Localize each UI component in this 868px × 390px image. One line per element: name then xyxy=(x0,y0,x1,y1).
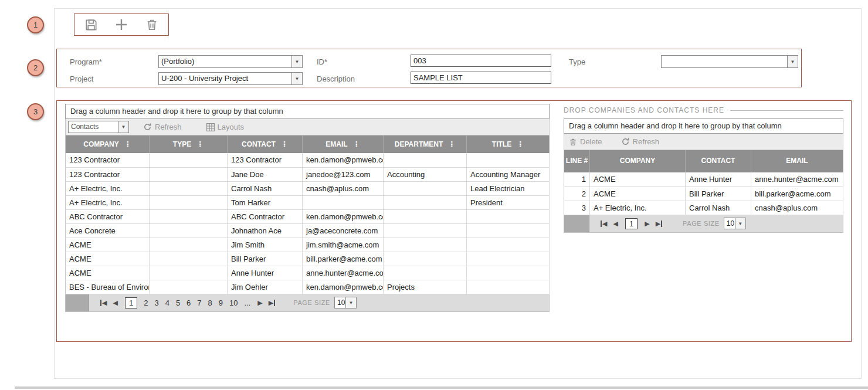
source-select[interactable]: Contacts ▼ xyxy=(68,121,129,133)
chevron-down-icon[interactable]: ▼ xyxy=(291,56,302,67)
table-cell: ja@aceconcrete.com xyxy=(303,223,384,238)
next-page-button[interactable]: ▶ xyxy=(645,220,649,228)
first-page-button[interactable]: ◀ xyxy=(601,220,607,228)
project-value: U-200 - University Project xyxy=(159,73,291,84)
table-cell xyxy=(150,266,228,280)
table-row[interactable]: 1ACMEAnne Hunteranne.hunter@acme.com xyxy=(564,172,843,186)
column-header[interactable]: CONTACT⋮ xyxy=(228,135,303,153)
page-size-value: 10 xyxy=(335,297,345,308)
refresh-button[interactable]: Refresh xyxy=(143,123,182,131)
chevron-down-icon[interactable]: ▼ xyxy=(787,56,798,67)
table-cell: jim.smith@acme.com xyxy=(303,238,384,252)
column-header[interactable]: LINE # xyxy=(564,150,590,172)
table-row[interactable]: BES - Bureau of EnvironJim Oehlerken.dam… xyxy=(66,280,550,294)
page-button[interactable]: 7 xyxy=(197,299,201,307)
page-button[interactable]: 10 xyxy=(229,299,238,307)
column-menu-icon[interactable]: ⋮ xyxy=(281,140,288,148)
add-button[interactable] xyxy=(111,16,132,33)
table-cell: President xyxy=(467,195,550,209)
column-header[interactable]: TITLE⋮ xyxy=(467,135,550,153)
page-button[interactable]: 6 xyxy=(187,299,191,307)
table-cell: 123 Contractor xyxy=(66,167,150,181)
refresh-label: Refresh xyxy=(155,123,182,131)
column-header-label: TITLE xyxy=(492,140,511,148)
column-header-label: COMPANY xyxy=(620,157,655,166)
column-header[interactable]: EMAIL xyxy=(751,150,843,172)
pager-corner-block xyxy=(564,215,589,232)
page-size-select[interactable]: 10 ▼ xyxy=(724,218,746,229)
table-cell: Carrol Nash xyxy=(228,181,303,195)
last-page-button[interactable]: ▶ xyxy=(269,299,275,307)
chevron-down-icon[interactable]: ▼ xyxy=(345,297,356,308)
save-button[interactable] xyxy=(80,16,101,33)
chevron-down-icon[interactable]: ▼ xyxy=(118,121,128,133)
table-cell: Jim Smith xyxy=(228,238,303,252)
description-field[interactable] xyxy=(411,72,551,84)
table-cell xyxy=(150,209,228,223)
table-row[interactable]: A+ Electric, Inc.Tom HarkerPresident xyxy=(66,195,550,209)
table-cell xyxy=(384,266,467,280)
type-select[interactable]: ▼ xyxy=(661,55,798,68)
panel-title-row: DROP COMPANIES AND CONTACTS HERE xyxy=(564,104,843,116)
page-button[interactable]: 2 xyxy=(144,299,148,307)
page-button[interactable]: 4 xyxy=(165,299,169,307)
column-menu-icon[interactable]: ⋮ xyxy=(196,140,204,148)
program-select[interactable]: (Portfolio) ▼ xyxy=(158,55,303,68)
table-row[interactable]: ACMEJim Smithjim.smith@acme.com xyxy=(66,238,550,252)
selected-contacts-panel: DROP COMPANIES AND CONTACTS HERE Drag a … xyxy=(564,104,843,233)
prev-page-button[interactable]: ◀ xyxy=(113,299,117,307)
next-page-button[interactable]: ▶ xyxy=(257,299,262,307)
prev-page-button[interactable]: ◀ xyxy=(613,220,618,228)
page-size-select[interactable]: 10 ▼ xyxy=(334,297,357,308)
annotation-badge-1: 1 xyxy=(27,16,44,33)
table-row[interactable]: ACMEBill Parkerbill.parker@acme.com xyxy=(66,252,550,266)
group-by-drop-zone[interactable]: Drag a column header and drop it here to… xyxy=(564,118,843,134)
page-button[interactable]: 5 xyxy=(176,299,180,307)
column-header[interactable]: TYPE⋮ xyxy=(150,135,228,153)
current-page-button[interactable]: 1 xyxy=(625,218,638,229)
column-header[interactable]: COMPANY⋮ xyxy=(66,135,150,153)
column-header[interactable]: EMAIL⋮ xyxy=(303,135,384,153)
table-row[interactable]: 123 ContractorJane Doejanedoe@123.comAcc… xyxy=(66,167,550,181)
contacts-pager: ◀ ◀ 12345678910... ▶ ▶ PAGE SIZE 10 ▼ xyxy=(65,294,550,312)
first-page-button[interactable]: ◀ xyxy=(100,299,107,307)
delete-button[interactable] xyxy=(141,16,162,33)
table-row[interactable]: 123 Contractor123 Contractorken.damon@pm… xyxy=(66,153,550,167)
table-row[interactable]: 2ACMEBill Parkerbill.parker@acme.com xyxy=(564,186,843,201)
title-rule xyxy=(730,110,843,111)
chevron-down-icon[interactable]: ▼ xyxy=(291,73,302,84)
column-header[interactable]: DEPARTMENT⋮ xyxy=(384,135,467,153)
chevron-down-icon[interactable]: ▼ xyxy=(735,218,745,229)
table-cell xyxy=(150,280,228,294)
table-cell: anne.hunter@acme.com xyxy=(751,172,843,186)
page-button[interactable]: 8 xyxy=(208,299,212,307)
column-header[interactable]: CONTACT xyxy=(686,150,751,172)
table-row[interactable]: Ace ConcreteJohnathon Aceja@aceconcrete.… xyxy=(66,223,550,238)
table-row[interactable]: 3A+ Electric, Inc.Carrol Nashcnash@aplus… xyxy=(564,201,843,215)
column-header-label: CONTACT xyxy=(242,140,276,148)
layouts-button[interactable]: Layouts xyxy=(206,123,245,131)
refresh-button[interactable]: Refresh xyxy=(621,137,660,146)
id-field[interactable] xyxy=(411,55,551,67)
column-menu-icon[interactable]: ⋮ xyxy=(353,140,360,148)
page-button[interactable]: ... xyxy=(245,299,251,307)
project-select[interactable]: U-200 - University Project ▼ xyxy=(158,72,303,85)
page-button[interactable]: 3 xyxy=(154,299,158,307)
column-menu-icon[interactable]: ⋮ xyxy=(124,140,131,148)
table-row[interactable]: A+ Electric, Inc.Carrol Nashcnash@aplus.… xyxy=(66,181,550,195)
page-button[interactable]: 9 xyxy=(219,299,223,307)
table-cell: ken.damon@pmweb.com xyxy=(303,280,384,294)
column-menu-icon[interactable]: ⋮ xyxy=(448,140,455,148)
delete-label: Delete xyxy=(580,137,602,146)
table-row[interactable]: ABC ContractorABC Contractorken.damon@pm… xyxy=(66,209,550,223)
current-page-button[interactable]: 1 xyxy=(125,297,137,308)
last-page-button[interactable]: ▶ xyxy=(656,220,662,228)
page-size-label: PAGE SIZE xyxy=(683,220,720,227)
table-cell: Ace Concrete xyxy=(66,223,150,238)
column-menu-icon[interactable]: ⋮ xyxy=(517,140,524,148)
column-header[interactable]: COMPANY xyxy=(590,150,686,172)
table-cell xyxy=(384,223,467,238)
delete-rows-button[interactable]: Delete xyxy=(569,137,602,146)
group-by-drop-zone[interactable]: Drag a column header and drop it here to… xyxy=(65,104,550,119)
table-row[interactable]: ACMEAnne Hunteranne.hunter@acme.com xyxy=(66,266,550,280)
